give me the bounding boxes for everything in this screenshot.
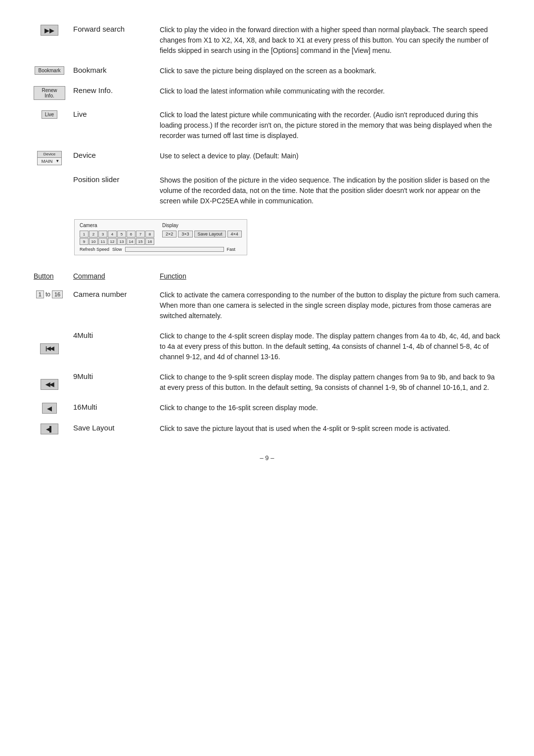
cam-btn-8[interactable]: 8 (145, 231, 154, 237)
display-buttons: 2×2 3×3 Save Layout 4×4 (162, 231, 242, 237)
row-9multi: ◀◀ 9Multi Click to change to the 9-split… (30, 367, 504, 398)
save-layout-icon[interactable]: ◀▌ (41, 424, 58, 434)
command-live: Live (69, 105, 156, 146)
cam-btn-10[interactable]: 10 (89, 238, 98, 245)
cam-btn-7[interactable]: 7 (136, 231, 145, 237)
camera-row-1: 1 2 3 4 5 6 7 8 (80, 231, 154, 237)
refresh-slider[interactable] (125, 247, 224, 252)
command-renew-info: Renew Info. (69, 81, 156, 105)
to-label: to (45, 291, 50, 298)
cam-btn-11[interactable]: 11 (98, 238, 107, 245)
command-device: Device (69, 146, 156, 170)
command-bookmark: Bookmark (69, 61, 156, 81)
row-bookmark: Bookmark Bookmark Click to save the pict… (30, 61, 504, 81)
cam-btn-2[interactable]: 2 (89, 231, 98, 237)
row-save-layout: ◀▌ Save Layout Click to save the picture… (30, 419, 504, 439)
icon-4multi-cell: |◀◀ (30, 326, 69, 367)
main-content-table: ▶▶ Forward search Click to play the vide… (30, 20, 504, 211)
desc-16multi: Click to change to the 16-split screen d… (156, 398, 504, 419)
desc-9multi: Click to change to the 9-split screen di… (156, 367, 504, 398)
row-live: Live Live Click to load the latest pictu… (30, 105, 504, 146)
desc-4multi: Click to change to the 4-split screen di… (156, 326, 504, 367)
refresh-speed-row: Refresh Speed Slow Fast (80, 247, 242, 252)
cam-num-start[interactable]: 1 (36, 290, 44, 298)
cam-btn-6[interactable]: 6 (127, 231, 135, 237)
command-9multi: 9Multi (69, 367, 156, 398)
camera-range-icon: 1 to 16 (36, 290, 63, 298)
desc-bookmark: Click to save the picture being displaye… (156, 61, 504, 81)
desc-camera-number: Click to activate the camera correspondi… (156, 285, 504, 326)
ff-icon[interactable]: ▶▶ (41, 25, 58, 36)
cam-btn-12[interactable]: 12 (108, 238, 117, 245)
icon-camera-number: 1 to 16 (30, 285, 69, 326)
icon-position-slider (30, 170, 69, 211)
header-button: Button (30, 267, 69, 285)
row-position-slider: Position slider Shows the position of th… (30, 170, 504, 211)
4multi-icon[interactable]: |◀◀ (40, 343, 59, 354)
command-save-layout: Save Layout (69, 419, 156, 439)
row-4multi: |◀◀ 4Multi Click to change to the 4-spli… (30, 326, 504, 367)
desc-position-slider: Shows the position of the picture in the… (156, 170, 504, 211)
cam-btn-14[interactable]: 14 (127, 238, 135, 245)
display-4x4[interactable]: 4×4 (227, 231, 242, 237)
row-camera-number: 1 to 16 Camera number Click to activate … (30, 285, 504, 326)
icon-device-cell: Device MAIN ▼ (30, 146, 69, 170)
9multi-icon[interactable]: ◀◀ (41, 379, 58, 390)
camera-row-2: 9 10 11 12 13 14 15 16 (80, 238, 154, 245)
cam-btn-15[interactable]: 15 (136, 238, 145, 245)
bookmark-icon[interactable]: Bookmark (35, 66, 64, 75)
icon-renew-info: Renew Info. (30, 81, 69, 105)
desc-renew-info: Click to load the latest information whi… (156, 81, 504, 105)
cam-btn-13[interactable]: 13 (117, 238, 126, 245)
table-header-row: Button Command Function (30, 267, 504, 285)
command-forward-search: Forward search (69, 20, 156, 61)
row-16multi: ◀ 16Multi Click to change to the 16-spli… (30, 398, 504, 419)
desc-device: Use to select a device to play. (Default… (156, 146, 504, 170)
camera-grid: 1 2 3 4 5 6 7 8 9 10 11 12 13 14 15 (80, 231, 154, 245)
renew-info-icon[interactable]: Renew Info. (34, 86, 65, 100)
camera-label: Camera (80, 223, 154, 228)
display-2x2[interactable]: 2×2 (162, 231, 177, 237)
button-command-table: Button Command Function 1 to 16 Camera n… (30, 267, 504, 439)
device-dropdown-arrow: ▼ (55, 159, 59, 164)
display-section: Display 2×2 3×3 Save Layout 4×4 (162, 223, 242, 237)
cam-btn-16[interactable]: 16 (145, 238, 154, 245)
display-3x3[interactable]: 3×3 (178, 231, 192, 237)
icon-bookmark: Bookmark (30, 61, 69, 81)
page-footer: – 9 – (30, 454, 504, 462)
icon-9multi-cell: ◀◀ (30, 367, 69, 398)
cam-btn-4[interactable]: 4 (108, 231, 117, 237)
cam-btn-9[interactable]: 9 (80, 238, 89, 245)
icon-forward-search: ▶▶ (30, 20, 69, 61)
row-device: Device MAIN ▼ Device Use to select a dev… (30, 146, 504, 170)
fast-label: Fast (227, 247, 236, 252)
header-command: Command (69, 267, 156, 285)
slow-label: Slow (112, 247, 122, 252)
desc-save-layout: Click to save the picture layout that is… (156, 419, 504, 439)
command-position-slider: Position slider (69, 170, 156, 211)
desc-forward-search: Click to play the video in the forward d… (156, 20, 504, 61)
refresh-speed-label: Refresh Speed (80, 247, 109, 252)
icon-save-layout-cell: ◀▌ (30, 419, 69, 439)
command-4multi: 4Multi (69, 326, 156, 367)
cam-num-end[interactable]: 16 (52, 290, 63, 298)
icon-live: Live (30, 105, 69, 146)
live-icon[interactable]: Live (42, 110, 57, 119)
device-icon[interactable]: Device MAIN ▼ (37, 151, 62, 165)
display-label: Display (162, 223, 242, 228)
save-layout-btn[interactable]: Save Layout (194, 231, 226, 237)
icon-16multi-cell: ◀ (30, 398, 69, 419)
cam-btn-5[interactable]: 5 (117, 231, 126, 237)
cam-btn-1[interactable]: 1 (80, 231, 89, 237)
header-function: Function (156, 267, 504, 285)
row-renew-info: Renew Info. Renew Info. Click to load th… (30, 81, 504, 105)
camera-section: Camera 1 2 3 4 5 6 7 8 9 10 11 12 13 (80, 223, 154, 245)
16multi-icon[interactable]: ◀ (42, 403, 57, 414)
command-16multi: 16Multi (69, 398, 156, 419)
cam-btn-3[interactable]: 3 (98, 231, 107, 237)
camera-panel: Camera 1 2 3 4 5 6 7 8 9 10 11 12 13 (74, 219, 247, 255)
desc-live: Click to load the latest picture while c… (156, 105, 504, 146)
row-forward-search: ▶▶ Forward search Click to play the vide… (30, 20, 504, 61)
command-camera-number: Camera number (69, 285, 156, 326)
